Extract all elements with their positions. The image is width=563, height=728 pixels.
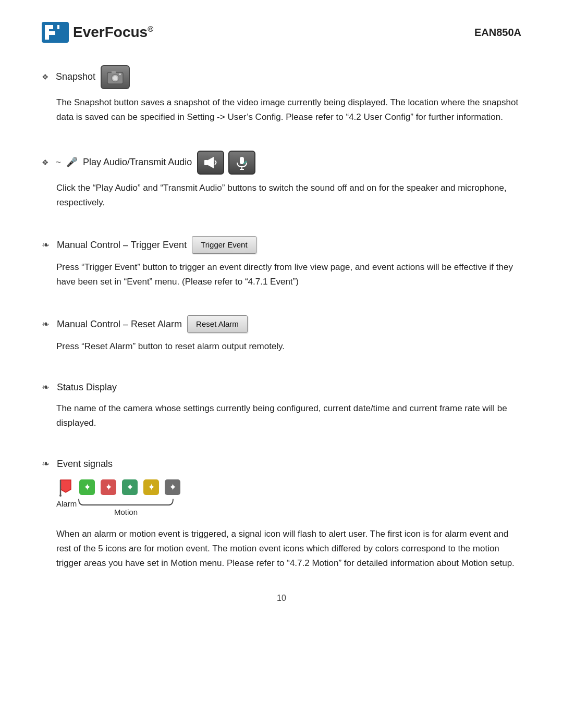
alarm-signal-icon — [56, 478, 75, 497]
motion-label: Motion — [114, 506, 138, 519]
alarm-label: Alarm — [56, 498, 75, 510]
motion-signal-icon-1: ✦ — [78, 478, 96, 497]
motion-icon-teal: ✦ — [120, 478, 139, 497]
trigger-body: Press “Trigger Event” button to trigger … — [42, 260, 521, 289]
signal-icons-column: ✦ ✦ ✦ — [56, 478, 182, 519]
svg-point-18 — [59, 495, 62, 497]
snapshot-icon — [106, 68, 124, 86]
snapshot-body: The Snapshot button saves a snapshot of … — [42, 95, 521, 125]
model-name: EAN850A — [474, 24, 521, 41]
signal-labels-row: Alarm Motion — [56, 498, 174, 519]
trigger-title: Manual Control – Trigger Event — [57, 238, 187, 253]
audio-title: Play Audio/Transmit Audio — [83, 155, 192, 170]
trigger-header: ❧ Manual Control – Trigger Event Trigger… — [42, 236, 521, 254]
svg-point-7 — [113, 76, 117, 80]
play-audio-button[interactable] — [197, 151, 224, 175]
logo-icon — [42, 22, 69, 43]
svg-marker-11 — [208, 157, 214, 168]
trigger-event-button[interactable]: Trigger Event — [192, 236, 256, 254]
event-signals-body: When an alarm or motion event is trigger… — [42, 527, 521, 571]
status-bullet: ❧ — [42, 380, 50, 395]
logo: EverFocus® — [42, 21, 153, 44]
svg-rect-12 — [240, 157, 244, 164]
reset-alarm-section: ❧ Manual Control – Reset Alarm Reset Ala… — [42, 315, 521, 354]
snapshot-section: ❖ Snapshot The Snapshot button saves a s… — [42, 65, 521, 125]
status-title: Status Display — [57, 380, 117, 395]
snapshot-header: ❖ Snapshot — [42, 65, 521, 89]
snapshot-title: Snapshot — [56, 69, 95, 84]
event-signals-section: ❧ Event signals ✦ — [42, 456, 521, 571]
motion-icon-green: ✦ — [78, 478, 96, 497]
signal-icons-row: ✦ ✦ ✦ — [56, 478, 182, 497]
svg-rect-8 — [112, 71, 116, 73]
svg-text:✦: ✦ — [126, 482, 134, 492]
event-signals-visual: ✦ ✦ ✦ — [42, 478, 521, 519]
svg-marker-16 — [60, 480, 71, 492]
svg-rect-3 — [45, 31, 55, 35]
motion-icon-red: ✦ — [99, 478, 118, 497]
motion-signal-icon-2: ✦ — [99, 478, 118, 497]
status-header: ❧ Status Display — [42, 380, 521, 395]
status-section: ❧ Status Display The name of the camera … — [42, 380, 521, 430]
motion-icon-dark: ✦ — [163, 478, 182, 497]
motion-brace-icon — [78, 498, 174, 506]
motion-signal-icon-3: ✦ — [120, 478, 139, 497]
motion-signal-icon-4: ✦ — [142, 478, 161, 497]
motion-brace-group: Motion — [78, 498, 174, 519]
event-bullet: ❧ — [42, 456, 50, 472]
svg-text:✦: ✦ — [83, 482, 91, 492]
svg-rect-10 — [204, 160, 208, 165]
audio-mic-symbol: 🎤 — [66, 155, 78, 170]
reset-alarm-header: ❧ Manual Control – Reset Alarm Reset Ala… — [42, 315, 521, 333]
snapshot-bullet: ❖ — [42, 71, 48, 83]
reset-alarm-body: Press “Reset Alarm” button to reset alar… — [42, 339, 521, 354]
audio-body: Click the “Play Audio” and “Transmit Aud… — [42, 181, 521, 210]
svg-rect-4 — [53, 25, 57, 29]
logo-text: EverFocus® — [73, 21, 153, 44]
svg-text:✦: ✦ — [148, 482, 155, 492]
audio-header: ❖ ~ 🎤 Play Audio/Transmit Audio — [42, 151, 521, 175]
status-body: The name of the camera whose settings cu… — [42, 401, 521, 430]
microphone-icon — [235, 155, 249, 170]
transmit-audio-button[interactable] — [228, 151, 255, 175]
reset-bullet: ❧ — [42, 317, 50, 332]
audio-buttons-group — [197, 151, 255, 175]
event-signals-title: Event signals — [57, 456, 113, 472]
trigger-section: ❧ Manual Control – Trigger Event Trigger… — [42, 236, 521, 289]
reset-alarm-title: Manual Control – Reset Alarm — [57, 317, 182, 332]
motion-signal-icon-5: ✦ — [163, 478, 182, 497]
event-signals-header: ❧ Event signals — [42, 456, 521, 472]
audio-bullet: ❖ — [42, 156, 48, 169]
motion-icon-yellow: ✦ — [142, 478, 161, 497]
page-header: EverFocus® EAN850A — [42, 21, 521, 44]
trigger-bullet: ❧ — [42, 238, 50, 253]
speaker-icon — [203, 155, 218, 170]
audio-tilde: ~ — [56, 155, 61, 169]
reset-alarm-button[interactable]: Reset Alarm — [187, 315, 248, 333]
audio-section: ❖ ~ 🎤 Play Audio/Transmit Audio — [42, 151, 521, 210]
svg-text:✦: ✦ — [169, 482, 177, 492]
page-number: 10 — [42, 591, 521, 605]
svg-text:✦: ✦ — [105, 482, 113, 492]
alarm-flag-icon — [56, 478, 75, 497]
snapshot-button[interactable] — [101, 65, 130, 89]
svg-rect-9 — [119, 73, 121, 75]
